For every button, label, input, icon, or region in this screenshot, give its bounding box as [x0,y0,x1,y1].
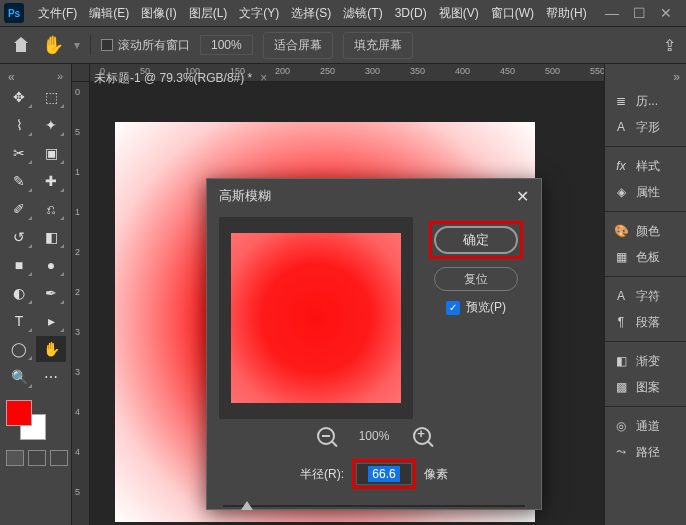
preview-checkbox[interactable]: ✓ 预览(P) [446,299,506,316]
zoom-input[interactable]: 100% [200,35,253,55]
hand-tool-icon[interactable]: ✋ [42,34,64,56]
panel-channels[interactable]: ◎通道 [605,413,686,439]
ok-button[interactable]: 确定 [434,226,518,254]
panel-styles[interactable]: fx样式 [605,153,686,179]
zoom-in-button[interactable] [413,427,431,445]
panel-paragraph[interactable]: ¶段落 [605,309,686,335]
edit-toolbar[interactable]: ⋯ [36,364,66,390]
shape-tool[interactable]: ◯ [4,336,34,362]
clone-tool[interactable]: ⎌ [36,196,66,222]
crop-tool[interactable]: ✂ [4,140,34,166]
screen-mode-full[interactable] [28,450,46,466]
panel-swatches[interactable]: ▦色板 [605,244,686,270]
zoom-tool[interactable]: 🔍 [4,364,34,390]
menu-type[interactable]: 文字(Y) [233,0,285,26]
dodge-tool[interactable]: ◐ [4,280,34,306]
zoom-percent: 100% [359,429,390,443]
panel-history[interactable]: ≣历... [605,88,686,114]
screen-mode-menu[interactable] [50,450,68,466]
brush-tool[interactable]: ✐ [4,196,34,222]
healing-tool[interactable]: ✚ [36,168,66,194]
move-tool[interactable]: ✥ [4,84,34,110]
menu-file[interactable]: 文件(F) [32,0,83,26]
history-brush-tool[interactable]: ↺ [4,224,34,250]
scroll-all-label: 滚动所有窗口 [118,37,190,54]
home-icon[interactable] [10,34,32,56]
marquee-tool[interactable]: ⬚ [36,84,66,110]
panel-character[interactable]: A字符 [605,283,686,309]
menu-help[interactable]: 帮助(H) [540,0,593,26]
preview-image [231,233,401,403]
hand-tool[interactable]: ✋ [36,336,66,362]
blur-tool[interactable]: ● [36,252,66,278]
menu-filter[interactable]: 滤镜(T) [337,0,388,26]
lasso-tool[interactable]: ⌇ [4,112,34,138]
panel-color[interactable]: 🎨颜色 [605,218,686,244]
radius-unit: 像素 [424,466,448,483]
share-icon[interactable]: ⇪ [663,36,676,55]
dialog-title: 高斯模糊 [219,187,271,205]
eyedropper-tool[interactable]: ✎ [4,168,34,194]
dialog-titlebar[interactable]: 高斯模糊 ✕ [207,179,541,213]
radius-slider[interactable] [223,499,525,513]
options-bar: ✋ ▾ 滚动所有窗口 100% 适合屏幕 填充屏幕 ⇪ [0,26,686,64]
pen-tool[interactable]: ✒ [36,280,66,306]
document-tab-title: 未标题-1 @ 79.3%(RGB/8#) * [94,70,252,87]
zoom-controls: 100% [207,427,541,445]
zoom-out-button[interactable] [317,427,335,445]
preview-box[interactable] [219,217,413,419]
checkbox-icon [101,39,113,51]
app-logo: Ps [4,3,24,23]
gradient-tool[interactable]: ■ [4,252,34,278]
fit-screen-button[interactable]: 适合屏幕 [263,32,333,59]
panel-gradients[interactable]: ◧渐变 [605,348,686,374]
panel-paths[interactable]: ⤳路径 [605,439,686,465]
menu-select[interactable]: 选择(S) [285,0,337,26]
menu-3d[interactable]: 3D(D) [389,0,433,26]
menu-edit[interactable]: 编辑(E) [83,0,135,26]
menu-window[interactable]: 窗口(W) [485,0,540,26]
checkbox-checked-icon: ✓ [446,301,460,315]
path-select-tool[interactable]: ▸ [36,308,66,334]
scroll-all-windows-checkbox[interactable]: 滚动所有窗口 [101,37,190,54]
quick-select-tool[interactable]: ✦ [36,112,66,138]
menubar: Ps 文件(F) 编辑(E) 图像(I) 图层(L) 文字(Y) 选择(S) 滤… [0,0,686,26]
maximize-button[interactable]: ☐ [633,5,646,21]
dialog-close-button[interactable]: ✕ [516,187,529,206]
fill-screen-button[interactable]: 填充屏幕 [343,32,413,59]
menu-layer[interactable]: 图层(L) [183,0,234,26]
right-panels: » ≣历... A字形 fx样式 ◈属性 🎨颜色 ▦色板 A字符 ¶段落 ◧渐变… [604,64,686,525]
slider-thumb-icon[interactable] [241,501,253,510]
collapse-right-icon[interactable]: » [605,70,686,88]
menu-view[interactable]: 视图(V) [433,0,485,26]
close-button[interactable]: ✕ [660,5,672,21]
collapse-tools-icon[interactable]: « [8,70,15,84]
document-tab[interactable]: 未标题-1 @ 79.3%(RGB/8#) * × [84,64,277,92]
ok-highlight: 确定 [429,221,523,259]
radius-label: 半径(R): [300,466,344,483]
close-tab-icon[interactable]: × [260,71,267,85]
minimize-button[interactable]: — [605,5,619,21]
tools-panel: » ✥ ⬚ ⌇ ✦ ✂ ▣ ✎ ✚ ✐ ⎌ ↺ ◧ ■ ● ◐ ✒ T ▸ ◯ … [0,64,72,525]
screen-mode-standard[interactable] [6,450,24,466]
eraser-tool[interactable]: ◧ [36,224,66,250]
preview-label: 预览(P) [466,299,506,316]
ruler-vertical[interactable]: 05 11 22 33 44 5 [72,82,90,525]
type-tool[interactable]: T [4,308,34,334]
frame-tool[interactable]: ▣ [36,140,66,166]
panel-patterns[interactable]: ▩图案 [605,374,686,400]
radius-row: 半径(R): 66.6 像素 [207,459,541,489]
gaussian-blur-dialog: 高斯模糊 ✕ 确定 复位 ✓ 预览(P) 100% 半径(R): 66.6 像素 [206,178,542,510]
foreground-color-swatch[interactable] [6,400,32,426]
reset-button[interactable]: 复位 [434,267,518,291]
radius-input[interactable]: 66.6 [356,463,412,485]
menu-image[interactable]: 图像(I) [135,0,182,26]
panel-glyphs[interactable]: A字形 [605,114,686,140]
panel-properties[interactable]: ◈属性 [605,179,686,205]
